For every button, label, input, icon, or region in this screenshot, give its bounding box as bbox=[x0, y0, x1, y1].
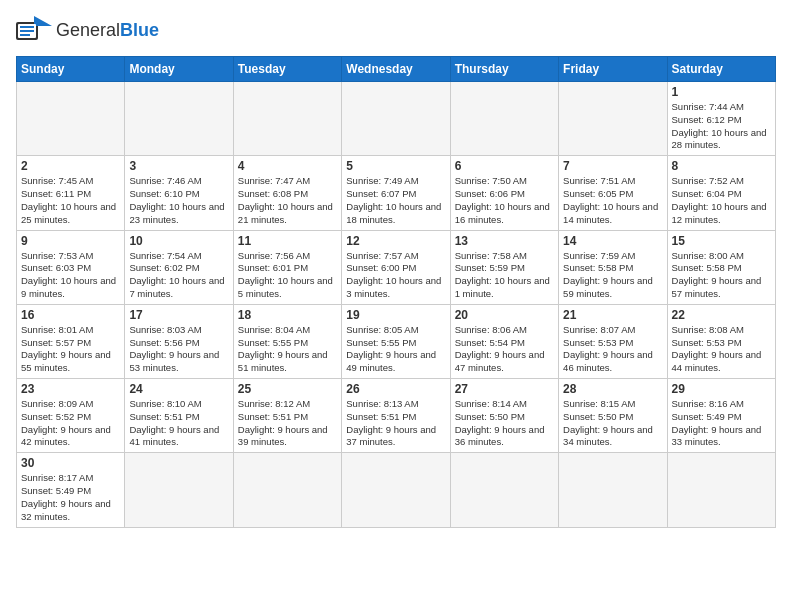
day-cell bbox=[559, 82, 667, 156]
day-info: Sunrise: 8:15 AM Sunset: 5:50 PM Dayligh… bbox=[563, 398, 662, 449]
svg-marker-1 bbox=[34, 16, 52, 26]
day-cell: 4Sunrise: 7:47 AM Sunset: 6:08 PM Daylig… bbox=[233, 156, 341, 230]
day-cell: 17Sunrise: 8:03 AM Sunset: 5:56 PM Dayli… bbox=[125, 304, 233, 378]
day-number: 7 bbox=[563, 159, 662, 173]
day-info: Sunrise: 8:09 AM Sunset: 5:52 PM Dayligh… bbox=[21, 398, 120, 449]
svg-rect-3 bbox=[20, 26, 34, 28]
day-cell: 7Sunrise: 7:51 AM Sunset: 6:05 PM Daylig… bbox=[559, 156, 667, 230]
day-number: 9 bbox=[21, 234, 120, 248]
day-cell bbox=[342, 453, 450, 527]
day-cell: 9Sunrise: 7:53 AM Sunset: 6:03 PM Daylig… bbox=[17, 230, 125, 304]
day-number: 29 bbox=[672, 382, 771, 396]
day-cell: 11Sunrise: 7:56 AM Sunset: 6:01 PM Dayli… bbox=[233, 230, 341, 304]
col-monday: Monday bbox=[125, 57, 233, 82]
day-number: 6 bbox=[455, 159, 554, 173]
day-number: 26 bbox=[346, 382, 445, 396]
col-sunday: Sunday bbox=[17, 57, 125, 82]
day-cell bbox=[233, 82, 341, 156]
day-info: Sunrise: 8:14 AM Sunset: 5:50 PM Dayligh… bbox=[455, 398, 554, 449]
day-info: Sunrise: 7:44 AM Sunset: 6:12 PM Dayligh… bbox=[672, 101, 771, 152]
day-number: 3 bbox=[129, 159, 228, 173]
day-number: 30 bbox=[21, 456, 120, 470]
day-info: Sunrise: 7:51 AM Sunset: 6:05 PM Dayligh… bbox=[563, 175, 662, 226]
day-cell: 5Sunrise: 7:49 AM Sunset: 6:07 PM Daylig… bbox=[342, 156, 450, 230]
logo: GeneralBlue bbox=[16, 16, 159, 46]
logo-text: GeneralBlue bbox=[56, 21, 159, 41]
day-cell: 1Sunrise: 7:44 AM Sunset: 6:12 PM Daylig… bbox=[667, 82, 775, 156]
day-number: 17 bbox=[129, 308, 228, 322]
day-cell bbox=[342, 82, 450, 156]
day-number: 5 bbox=[346, 159, 445, 173]
day-cell: 2Sunrise: 7:45 AM Sunset: 6:11 PM Daylig… bbox=[17, 156, 125, 230]
day-cell: 23Sunrise: 8:09 AM Sunset: 5:52 PM Dayli… bbox=[17, 379, 125, 453]
day-info: Sunrise: 8:13 AM Sunset: 5:51 PM Dayligh… bbox=[346, 398, 445, 449]
day-cell: 29Sunrise: 8:16 AM Sunset: 5:49 PM Dayli… bbox=[667, 379, 775, 453]
day-cell: 28Sunrise: 8:15 AM Sunset: 5:50 PM Dayli… bbox=[559, 379, 667, 453]
day-cell: 12Sunrise: 7:57 AM Sunset: 6:00 PM Dayli… bbox=[342, 230, 450, 304]
day-info: Sunrise: 8:03 AM Sunset: 5:56 PM Dayligh… bbox=[129, 324, 228, 375]
day-info: Sunrise: 7:46 AM Sunset: 6:10 PM Dayligh… bbox=[129, 175, 228, 226]
day-number: 8 bbox=[672, 159, 771, 173]
day-cell: 27Sunrise: 8:14 AM Sunset: 5:50 PM Dayli… bbox=[450, 379, 558, 453]
day-number: 24 bbox=[129, 382, 228, 396]
day-number: 15 bbox=[672, 234, 771, 248]
day-info: Sunrise: 7:47 AM Sunset: 6:08 PM Dayligh… bbox=[238, 175, 337, 226]
col-friday: Friday bbox=[559, 57, 667, 82]
col-thursday: Thursday bbox=[450, 57, 558, 82]
day-number: 25 bbox=[238, 382, 337, 396]
day-cell: 21Sunrise: 8:07 AM Sunset: 5:53 PM Dayli… bbox=[559, 304, 667, 378]
day-number: 21 bbox=[563, 308, 662, 322]
day-cell: 30Sunrise: 8:17 AM Sunset: 5:49 PM Dayli… bbox=[17, 453, 125, 527]
day-number: 12 bbox=[346, 234, 445, 248]
day-number: 19 bbox=[346, 308, 445, 322]
header: GeneralBlue bbox=[16, 16, 776, 46]
day-cell bbox=[125, 453, 233, 527]
day-info: Sunrise: 7:49 AM Sunset: 6:07 PM Dayligh… bbox=[346, 175, 445, 226]
day-cell: 24Sunrise: 8:10 AM Sunset: 5:51 PM Dayli… bbox=[125, 379, 233, 453]
day-number: 20 bbox=[455, 308, 554, 322]
day-number: 28 bbox=[563, 382, 662, 396]
day-cell: 3Sunrise: 7:46 AM Sunset: 6:10 PM Daylig… bbox=[125, 156, 233, 230]
day-cell: 22Sunrise: 8:08 AM Sunset: 5:53 PM Dayli… bbox=[667, 304, 775, 378]
week-row-5: 30Sunrise: 8:17 AM Sunset: 5:49 PM Dayli… bbox=[17, 453, 776, 527]
day-info: Sunrise: 8:06 AM Sunset: 5:54 PM Dayligh… bbox=[455, 324, 554, 375]
day-info: Sunrise: 8:05 AM Sunset: 5:55 PM Dayligh… bbox=[346, 324, 445, 375]
week-row-1: 2Sunrise: 7:45 AM Sunset: 6:11 PM Daylig… bbox=[17, 156, 776, 230]
day-info: Sunrise: 8:04 AM Sunset: 5:55 PM Dayligh… bbox=[238, 324, 337, 375]
day-info: Sunrise: 8:17 AM Sunset: 5:49 PM Dayligh… bbox=[21, 472, 120, 523]
day-info: Sunrise: 7:54 AM Sunset: 6:02 PM Dayligh… bbox=[129, 250, 228, 301]
generalblue-logo-icon bbox=[16, 16, 52, 46]
col-wednesday: Wednesday bbox=[342, 57, 450, 82]
day-cell bbox=[125, 82, 233, 156]
week-row-4: 23Sunrise: 8:09 AM Sunset: 5:52 PM Dayli… bbox=[17, 379, 776, 453]
day-cell: 16Sunrise: 8:01 AM Sunset: 5:57 PM Dayli… bbox=[17, 304, 125, 378]
day-info: Sunrise: 7:56 AM Sunset: 6:01 PM Dayligh… bbox=[238, 250, 337, 301]
day-cell: 18Sunrise: 8:04 AM Sunset: 5:55 PM Dayli… bbox=[233, 304, 341, 378]
day-cell: 19Sunrise: 8:05 AM Sunset: 5:55 PM Dayli… bbox=[342, 304, 450, 378]
day-cell: 10Sunrise: 7:54 AM Sunset: 6:02 PM Dayli… bbox=[125, 230, 233, 304]
day-number: 11 bbox=[238, 234, 337, 248]
day-cell bbox=[559, 453, 667, 527]
day-info: Sunrise: 8:00 AM Sunset: 5:58 PM Dayligh… bbox=[672, 250, 771, 301]
day-info: Sunrise: 7:58 AM Sunset: 5:59 PM Dayligh… bbox=[455, 250, 554, 301]
day-number: 13 bbox=[455, 234, 554, 248]
day-cell: 6Sunrise: 7:50 AM Sunset: 6:06 PM Daylig… bbox=[450, 156, 558, 230]
day-info: Sunrise: 7:52 AM Sunset: 6:04 PM Dayligh… bbox=[672, 175, 771, 226]
day-info: Sunrise: 8:12 AM Sunset: 5:51 PM Dayligh… bbox=[238, 398, 337, 449]
day-info: Sunrise: 7:45 AM Sunset: 6:11 PM Dayligh… bbox=[21, 175, 120, 226]
day-cell: 26Sunrise: 8:13 AM Sunset: 5:51 PM Dayli… bbox=[342, 379, 450, 453]
day-cell: 14Sunrise: 7:59 AM Sunset: 5:58 PM Dayli… bbox=[559, 230, 667, 304]
day-info: Sunrise: 8:10 AM Sunset: 5:51 PM Dayligh… bbox=[129, 398, 228, 449]
day-info: Sunrise: 7:57 AM Sunset: 6:00 PM Dayligh… bbox=[346, 250, 445, 301]
day-number: 14 bbox=[563, 234, 662, 248]
day-number: 23 bbox=[21, 382, 120, 396]
day-cell bbox=[450, 82, 558, 156]
days-header-row: Sunday Monday Tuesday Wednesday Thursday… bbox=[17, 57, 776, 82]
day-cell bbox=[17, 82, 125, 156]
day-cell: 15Sunrise: 8:00 AM Sunset: 5:58 PM Dayli… bbox=[667, 230, 775, 304]
day-info: Sunrise: 8:16 AM Sunset: 5:49 PM Dayligh… bbox=[672, 398, 771, 449]
day-number: 22 bbox=[672, 308, 771, 322]
day-number: 1 bbox=[672, 85, 771, 99]
col-tuesday: Tuesday bbox=[233, 57, 341, 82]
day-cell: 13Sunrise: 7:58 AM Sunset: 5:59 PM Dayli… bbox=[450, 230, 558, 304]
